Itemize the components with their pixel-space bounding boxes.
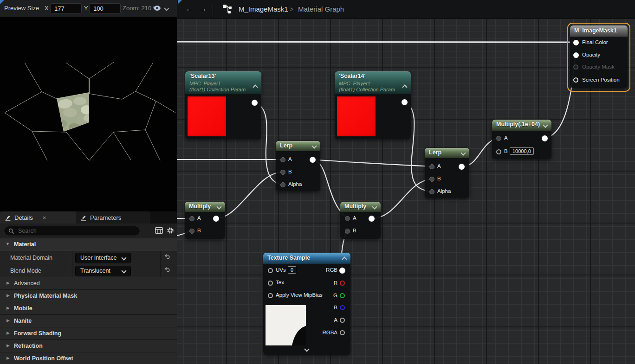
tab-corner-icon bbox=[178, 0, 182, 4]
section-physical-material-mask[interactable]: ▶ Physical Material Mask bbox=[0, 289, 177, 302]
node-header[interactable]: Multiply bbox=[340, 202, 381, 212]
node-multiply-2[interactable]: Multiply A B bbox=[340, 202, 381, 239]
visibility-eye-icon[interactable] bbox=[153, 5, 161, 11]
input-pin-a[interactable] bbox=[280, 157, 285, 162]
input-pin-b[interactable] bbox=[345, 229, 350, 234]
output-pin[interactable] bbox=[369, 216, 375, 222]
uvs-value-box[interactable]: 0 bbox=[288, 266, 296, 274]
output-pin-a[interactable] bbox=[340, 318, 345, 323]
section-mobile[interactable]: ▶ Mobile bbox=[0, 302, 177, 315]
input-pin-final-color[interactable] bbox=[573, 40, 579, 45]
input-pin-b[interactable] bbox=[429, 177, 434, 182]
input-pin-a[interactable] bbox=[429, 164, 434, 169]
input-pin-a[interactable] bbox=[345, 216, 350, 221]
input-pin-uvs[interactable] bbox=[268, 268, 273, 273]
reset-material-domain-button[interactable] bbox=[163, 254, 171, 261]
input-pin-a[interactable] bbox=[189, 216, 194, 221]
preview-x-input[interactable] bbox=[50, 3, 82, 13]
close-icon[interactable]: × bbox=[43, 214, 46, 221]
output-pin-rgb[interactable] bbox=[339, 268, 345, 274]
output-pin-b[interactable] bbox=[340, 305, 345, 310]
input-pin-b[interactable] bbox=[280, 170, 285, 175]
node-header[interactable]: 'Scalar13' MPC_Player1 (float1) Collecti… bbox=[185, 71, 261, 94]
node-subtitle: (float1) Collection Param bbox=[189, 87, 246, 92]
collapse-chevron-icon[interactable] bbox=[216, 204, 221, 209]
input-pin-b[interactable] bbox=[189, 229, 194, 234]
collapse-chevron-icon[interactable] bbox=[460, 150, 466, 155]
input-pin-alpha[interactable] bbox=[280, 182, 285, 187]
node-subtitle: MPC_Player1 bbox=[339, 81, 370, 86]
node-header[interactable]: Multiply bbox=[185, 202, 225, 212]
display-filter-icon[interactable] bbox=[155, 227, 163, 234]
input-pin-apply-view-mipbias[interactable] bbox=[268, 293, 273, 298]
pin-label: B bbox=[314, 305, 337, 310]
material-domain-dropdown[interactable]: User Interface bbox=[75, 253, 131, 263]
output-pin[interactable] bbox=[459, 164, 465, 170]
input-pin-screen-position[interactable] bbox=[573, 77, 578, 83]
triangle-down-icon: ▼ bbox=[6, 242, 10, 246]
triangle-right-icon: ▶ bbox=[6, 318, 10, 323]
node-lerp-2[interactable]: Lerp A B Alpha bbox=[425, 148, 469, 198]
b-value-box[interactable]: 10000,0 bbox=[510, 147, 534, 155]
node-lerp-1[interactable]: Lerp A B Alpha bbox=[276, 141, 320, 191]
output-pin[interactable] bbox=[310, 157, 316, 163]
material-preview-viewport[interactable] bbox=[0, 17, 177, 211]
node-multiply-1e04[interactable]: Multiply(,1e+04) A B 10000,0 bbox=[492, 120, 551, 159]
input-pin-b[interactable] bbox=[496, 149, 501, 154]
section-refraction[interactable]: ▶ Refraction bbox=[0, 339, 177, 352]
section-nanite[interactable]: ▶ Nanite bbox=[0, 314, 177, 327]
node-scalar14[interactable]: 'Scalar14' MPC_Player1 (float1) Collecti… bbox=[335, 71, 411, 139]
input-pin-opacity-mask[interactable] bbox=[573, 64, 578, 70]
collapse-chevron-icon[interactable] bbox=[253, 84, 258, 89]
forward-arrow-icon[interactable]: → bbox=[198, 4, 207, 14]
output-pin-rgba[interactable] bbox=[340, 330, 345, 335]
section-advanced[interactable]: ▶ Advanced bbox=[0, 277, 177, 290]
tab-parameters[interactable]: Parameters bbox=[76, 211, 150, 224]
tab-details[interactable]: Details × bbox=[0, 211, 79, 224]
node-texture-sample[interactable]: Texture Sample UVs 0 Tex Apply View MipB… bbox=[263, 253, 350, 355]
section-world-position-offset[interactable]: ▶ World Position Offset bbox=[0, 352, 177, 364]
texture-preview bbox=[266, 305, 306, 345]
category-material[interactable]: ▼ Material bbox=[0, 238, 177, 251]
collapse-chevron-icon[interactable] bbox=[372, 204, 377, 209]
node-header[interactable]: M_ImageMask1 bbox=[570, 26, 628, 37]
collapse-chevron-icon[interactable] bbox=[342, 256, 347, 262]
output-pin[interactable] bbox=[402, 99, 408, 105]
output-pin[interactable] bbox=[252, 100, 258, 106]
search-box[interactable] bbox=[4, 226, 140, 236]
node-header[interactable]: Texture Sample bbox=[263, 253, 350, 264]
preview-y-input[interactable] bbox=[89, 3, 121, 13]
node-multiply-1[interactable]: Multiply A B bbox=[185, 202, 225, 239]
preview-options-chevron-icon[interactable] bbox=[164, 6, 169, 11]
y-label: Y bbox=[84, 0, 88, 17]
output-pin-r[interactable] bbox=[340, 281, 345, 286]
node-scalar13[interactable]: 'Scalar13' MPC_Player1 (float1) Collecti… bbox=[185, 71, 261, 139]
back-arrow-icon[interactable]: ← bbox=[185, 4, 194, 14]
reset-blend-mode-button[interactable] bbox=[163, 267, 171, 274]
collapse-chevron-icon[interactable] bbox=[543, 122, 548, 128]
node-header[interactable]: Multiply(,1e+04) bbox=[492, 120, 551, 131]
expand-chevron-icon[interactable] bbox=[304, 346, 309, 351]
collapse-chevron-icon[interactable] bbox=[311, 143, 317, 148]
output-pin-g[interactable] bbox=[340, 293, 345, 298]
node-header[interactable]: Lerp bbox=[425, 148, 469, 158]
output-pin[interactable] bbox=[213, 216, 219, 222]
input-pin-tex[interactable] bbox=[268, 281, 273, 286]
material-graph-canvas[interactable]: 'Scalar13' MPC_Player1 (float1) Collecti… bbox=[177, 19, 635, 364]
section-forward-shading[interactable]: ▶ Forward Shading bbox=[0, 327, 177, 340]
settings-gear-icon[interactable] bbox=[167, 227, 174, 234]
input-pin-alpha[interactable] bbox=[429, 189, 434, 194]
node-header[interactable]: 'Scalar14' MPC_Player1 (float1) Collecti… bbox=[335, 71, 411, 94]
collapse-chevron-icon[interactable] bbox=[402, 84, 407, 89]
tab-corner-icon bbox=[0, 0, 4, 4]
pin-label: Opacity Mask bbox=[582, 64, 615, 70]
output-pin[interactable] bbox=[542, 135, 548, 141]
category-material-label: Material bbox=[14, 241, 36, 248]
breadcrumb-asset[interactable]: M_ImageMask1 bbox=[239, 5, 288, 13]
input-pin-a[interactable] bbox=[496, 136, 501, 141]
input-pin-opacity[interactable] bbox=[573, 52, 579, 58]
blend-mode-dropdown[interactable]: Translucent bbox=[75, 266, 131, 276]
search-input[interactable] bbox=[17, 227, 135, 235]
node-result-m-imagemask1[interactable]: M_ImageMask1 Final Color Opacity Opacity… bbox=[570, 26, 628, 88]
node-header[interactable]: Lerp bbox=[276, 141, 320, 151]
